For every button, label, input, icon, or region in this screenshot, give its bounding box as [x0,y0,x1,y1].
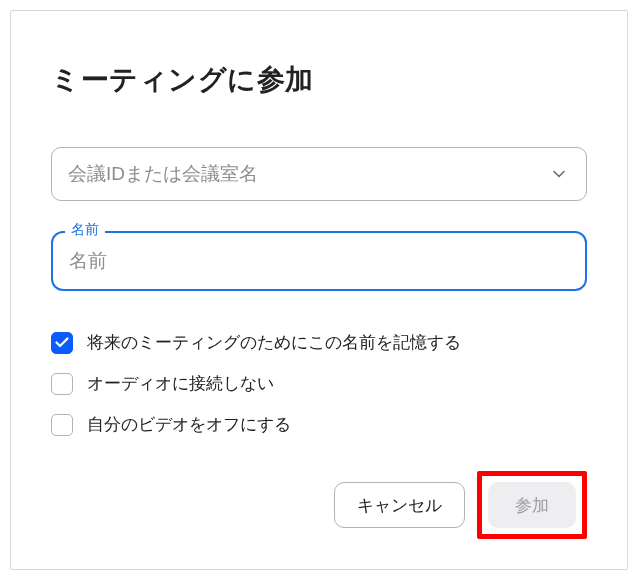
option-label: 将来のミーティングのためにこの名前を記憶する [87,331,461,354]
meeting-id-placeholder: 会議IDまたは会議室名 [68,161,552,187]
join-button-highlight: 参加 [477,471,587,539]
option-remember-name[interactable]: 将来のミーティングのためにこの名前を記憶する [51,331,587,354]
option-label: オーディオに接続しない [87,372,274,395]
dialog-buttons: キャンセル 参加 [334,471,587,539]
join-meeting-dialog: ミーティングに参加 会議IDまたは会議室名 名前 将来のミーティングのためにこの… [10,10,628,570]
name-field-wrap: 名前 [51,231,587,291]
name-input[interactable] [51,231,587,291]
checkbox-icon[interactable] [51,414,73,436]
chevron-down-icon [552,167,566,181]
cancel-button[interactable]: キャンセル [334,482,465,528]
dialog-title: ミーティングに参加 [51,61,587,99]
checkbox-icon[interactable] [51,332,73,354]
join-button[interactable]: 参加 [488,482,576,528]
option-label: 自分のビデオをオフにする [87,413,291,436]
checkbox-icon[interactable] [51,373,73,395]
option-video-off[interactable]: 自分のビデオをオフにする [51,413,587,436]
name-field-label: 名前 [65,221,105,239]
meeting-id-dropdown[interactable]: 会議IDまたは会議室名 [51,147,587,201]
option-no-audio[interactable]: オーディオに接続しない [51,372,587,395]
